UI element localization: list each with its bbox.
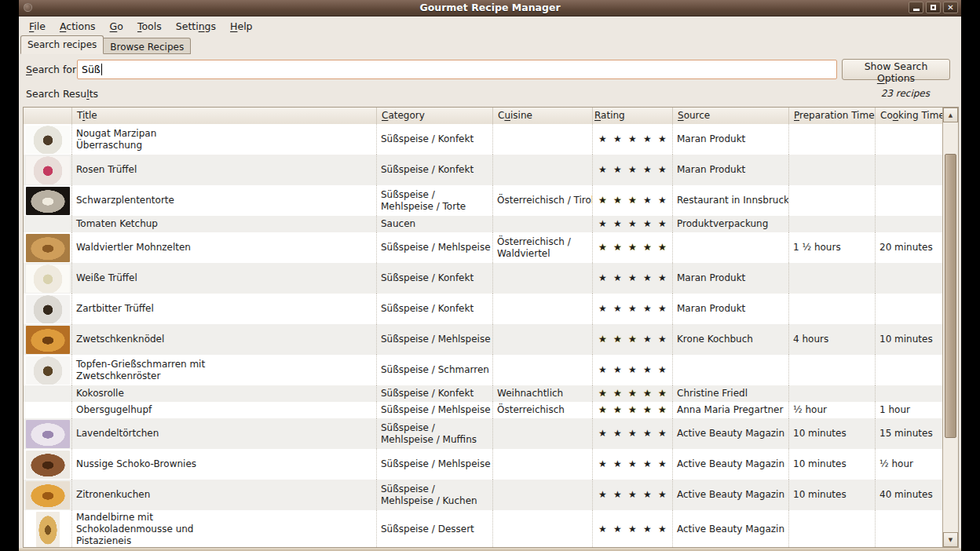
menu-file[interactable]: File (22, 18, 53, 35)
star-filled-icon: ★ (595, 242, 610, 254)
table-row[interactable]: LavendeltörtchenSüßspeise / Mehlspeise /… (24, 418, 944, 449)
star-empty-icon: ★ (595, 458, 610, 470)
column-header-title[interactable]: Title (72, 108, 377, 124)
recipe-source: Active Beauty Magazin (673, 418, 789, 449)
star-empty-icon: ★ (610, 164, 625, 176)
menu-tools[interactable]: Tools (130, 18, 169, 35)
recipe-preparation-time: 1 ½ hours (789, 232, 876, 263)
column-header-source[interactable]: Source (673, 108, 789, 124)
table-row[interactable]: Topfen-Grießschmarren mit Zwetschkenröst… (24, 355, 944, 385)
table-row[interactable]: ZwetschkenknödelSüßspeise / Mehlspeise★★… (24, 324, 944, 355)
scrollbar-thumb[interactable] (945, 154, 956, 438)
recipe-cuisine (493, 155, 593, 185)
recipe-table: TitleCategoryCuisineRatingSourcePreparat… (23, 107, 959, 548)
column-header-cooking-time[interactable]: Cooking Time (876, 108, 944, 124)
recipe-title: Schwarzplententorte (72, 185, 377, 216)
titlebar[interactable]: Gourmet Recipe Manager ✕ (19, 0, 961, 16)
recipe-source (673, 355, 789, 385)
show-search-options-button[interactable]: Show Search Options (842, 59, 950, 80)
scroll-up-button[interactable]: ▲ (943, 108, 958, 122)
maximize-button[interactable] (926, 2, 941, 13)
table-row[interactable]: Mandelbirne mit Schokoladenmousse und Pi… (24, 510, 944, 547)
column-header-category[interactable]: Category (377, 108, 493, 124)
recipe-rating: ★★★★★ (593, 124, 673, 155)
recipe-rating: ★★★★★ (593, 232, 673, 263)
table-row[interactable]: Nussige Schoko-BrowniesSüßspeise / Mehls… (24, 449, 944, 480)
vertical-scrollbar[interactable]: ▲ ▼ (942, 108, 958, 547)
column-header-cuisine[interactable]: Cuisine (493, 108, 593, 124)
recipe-cuisine (493, 124, 593, 155)
recipe-category: Süßspeise / Mehlspeise (377, 324, 493, 355)
column-header-preparation-time[interactable]: Preparation Time (789, 108, 876, 124)
star-empty-icon: ★ (640, 458, 655, 470)
menu-help[interactable]: Help (223, 18, 260, 35)
star-empty-icon: ★ (625, 458, 640, 470)
table-row[interactable]: KokosrolleSüßspeise / KonfektWeihnachtli… (24, 385, 944, 402)
table-row[interactable]: ZitronenkuchenSüßspeise / Mehlspeise / K… (24, 480, 944, 510)
recipe-preparation-time (789, 510, 876, 547)
menubar: FileActionsGoToolsSettingsHelp (19, 16, 964, 35)
recipe-image-cell (24, 385, 72, 402)
recipe-cooking-time (876, 355, 944, 385)
star-filled-icon: ★ (655, 242, 670, 254)
recipe-image-cell (24, 216, 72, 232)
table-row[interactable]: Waldviertler MohnzeltenSüßspeise / Mehls… (24, 232, 944, 263)
recipe-preparation-time (789, 124, 876, 155)
table-row[interactable]: SchwarzplententorteSüßspeise / Mehlspeis… (24, 185, 944, 216)
recipe-title: Obersgugelhupf (72, 402, 377, 418)
star-empty-icon: ★ (655, 218, 670, 230)
star-empty-icon: ★ (655, 428, 670, 440)
star-filled-icon: ★ (625, 242, 640, 254)
recipe-cooking-time: ½ hour (876, 449, 944, 480)
table-row[interactable]: Weiße TrüffelSüßspeise / Konfekt★★★★★Mar… (24, 263, 944, 294)
recipe-source: Maran Produkt (673, 294, 789, 324)
star-empty-icon: ★ (610, 133, 625, 145)
recipe-image-cell (24, 294, 72, 324)
menu-settings[interactable]: Settings (169, 18, 223, 35)
recipe-cooking-time (876, 155, 944, 185)
table-row[interactable]: Rosen TrüffelSüßspeise / Konfekt★★★★★Mar… (24, 155, 944, 185)
recipe-title: Weiße Trüffel (72, 263, 377, 294)
table-row[interactable]: Nougat Marzipan ÜberraschungSüßspeise / … (24, 124, 944, 155)
minimize-button[interactable] (909, 2, 923, 13)
recipe-preparation-time: 10 minutes (789, 449, 876, 480)
table-body: Nougat Marzipan ÜberraschungSüßspeise / … (24, 124, 944, 547)
recipe-category: Süßspeise / Konfekt (377, 124, 493, 155)
table-row[interactable]: ObersgugelhupfSüßspeise / MehlspeiseÖste… (24, 402, 944, 418)
recipe-rating: ★★★★★ (593, 355, 673, 385)
recipe-cuisine: Österreichisch / Waldviertel (493, 232, 593, 263)
recipe-category: Süßspeise / Mehlspeise / Kuchen (377, 480, 493, 510)
recipe-cuisine (493, 449, 593, 480)
table-row[interactable]: Zartbitter TrüffelSüßspeise / Konfekt★★★… (24, 294, 944, 324)
recipe-source (673, 232, 789, 263)
tab-browse-recipes[interactable]: Browse Recipes (104, 38, 191, 54)
tab-bar: Search recipesBrowse Recipes (20, 35, 963, 54)
recipe-rating: ★★★★★ (593, 480, 673, 510)
recipe-cooking-time (876, 185, 944, 216)
recipe-preparation-time: 10 minutes (789, 480, 876, 510)
recipe-source: Anna Maria Pregartner (673, 402, 789, 418)
star-empty-icon: ★ (625, 428, 640, 440)
recipe-image-cell (24, 324, 72, 355)
search-input[interactable]: Süß (77, 60, 837, 79)
recipe-category: Süßspeise / Mehlspeise (377, 402, 493, 418)
recipe-cuisine (493, 263, 593, 294)
column-header-image[interactable] (24, 108, 72, 124)
recipe-thumbnail (26, 481, 70, 509)
menu-go[interactable]: Go (103, 18, 130, 35)
star-filled-icon: ★ (655, 404, 670, 416)
recipe-category: Süßspeise / Mehlspeise / Muffins (377, 418, 493, 449)
recipe-cooking-time (876, 263, 944, 294)
close-button[interactable]: ✕ (943, 2, 958, 13)
table-row[interactable]: Tomaten KetchupSaucen★★★★★Produktverpack… (24, 216, 944, 232)
scroll-down-button[interactable]: ▼ (943, 532, 958, 547)
recipe-title: Mandelbirne mit Schokoladenmousse und Pi… (72, 510, 377, 547)
star-empty-icon: ★ (640, 428, 655, 440)
menu-actions[interactable]: Actions (53, 18, 103, 35)
star-filled-icon: ★ (640, 242, 655, 254)
recipe-category: Süßspeise / Mehlspeise (377, 232, 493, 263)
tab-search-recipes[interactable]: Search recipes (20, 35, 104, 54)
recipe-category: Saucen (377, 216, 493, 232)
column-header-rating[interactable]: Rating (593, 108, 673, 124)
recipe-preparation-time (789, 263, 876, 294)
